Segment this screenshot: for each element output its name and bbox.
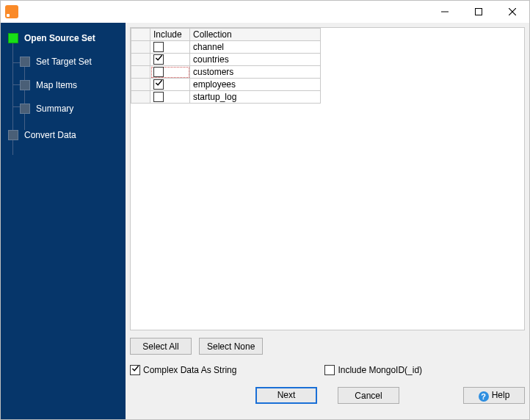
include-cell[interactable] xyxy=(150,41,190,54)
step-set-target-set[interactable]: Set Target Set xyxy=(20,54,126,70)
checkbox-icon xyxy=(153,67,164,77)
row-header-corner xyxy=(131,29,150,41)
help-label: Help xyxy=(492,390,510,400)
select-none-button[interactable]: Select None xyxy=(199,338,263,355)
table-row: channel xyxy=(131,41,321,54)
collections-table: Include Collection channelcountriescusto… xyxy=(131,28,321,104)
row-header[interactable] xyxy=(131,91,150,104)
collection-cell[interactable]: startup_log xyxy=(190,91,321,104)
step-status-icon xyxy=(20,104,30,114)
wizard-steps-sidebar: Open Source Set Set Target Set Map Items… xyxy=(1,23,126,419)
step-status-icon xyxy=(20,57,30,67)
include-cell[interactable] xyxy=(150,54,190,66)
checkbox-icon xyxy=(153,54,164,65)
app-icon xyxy=(5,5,18,18)
option-label: Include MongoID(_id) xyxy=(338,365,422,375)
wizard-window: Open Source Set Set Target Set Map Items… xyxy=(0,0,530,420)
next-button[interactable]: Next xyxy=(255,387,317,404)
select-all-button[interactable]: Select All xyxy=(130,338,192,355)
table-row: countries xyxy=(131,54,321,66)
step-convert-data[interactable]: Convert Data xyxy=(8,127,126,143)
titlebar xyxy=(1,1,529,23)
step-label: Set Target Set xyxy=(36,57,92,67)
collection-cell[interactable]: customers xyxy=(190,66,321,79)
cancel-button[interactable]: Cancel xyxy=(338,387,399,404)
step-label: Map Items xyxy=(36,80,77,90)
include-cell[interactable] xyxy=(150,66,190,79)
complex-data-as-string-option[interactable]: Complex Data As String xyxy=(130,365,236,375)
row-header[interactable] xyxy=(131,66,150,79)
table-row: customers xyxy=(131,66,321,79)
include-cell[interactable] xyxy=(150,79,190,91)
step-open-source-set[interactable]: Open Source Set xyxy=(8,30,126,46)
checkbox-icon xyxy=(153,79,164,90)
table-row: startup_log xyxy=(131,91,321,104)
step-label: Summary xyxy=(36,104,73,114)
step-summary[interactable]: Summary xyxy=(20,101,126,117)
row-header[interactable] xyxy=(131,54,150,66)
step-map-items[interactable]: Map Items xyxy=(20,77,126,93)
checkbox-icon xyxy=(324,365,335,375)
col-header-include[interactable]: Include xyxy=(150,29,190,41)
checkbox-icon xyxy=(153,42,164,52)
include-cell[interactable] xyxy=(150,91,190,104)
step-status-icon xyxy=(8,130,18,140)
table-row: employees xyxy=(131,79,321,91)
checkbox-icon xyxy=(130,365,140,375)
include-mongoid-option[interactable]: Include MongoID(_id) xyxy=(324,365,422,375)
col-header-collection[interactable]: Collection xyxy=(190,29,321,41)
window-controls xyxy=(428,1,529,23)
row-header[interactable] xyxy=(131,41,150,54)
collection-cell[interactable]: channel xyxy=(190,41,321,54)
row-header[interactable] xyxy=(131,79,150,91)
svg-rect-1 xyxy=(476,9,482,15)
collection-cell[interactable]: employees xyxy=(190,79,321,91)
step-status-icon xyxy=(8,33,18,43)
help-icon: ? xyxy=(479,391,489,402)
step-label: Convert Data xyxy=(24,130,76,140)
help-button[interactable]: ?Help xyxy=(463,387,525,404)
collections-table-panel: Include Collection channelcountriescusto… xyxy=(130,27,525,330)
step-label: Open Source Set xyxy=(24,33,95,43)
close-button[interactable] xyxy=(495,1,529,23)
maximize-button[interactable] xyxy=(462,1,495,23)
checkbox-icon xyxy=(153,92,164,102)
collection-cell[interactable]: countries xyxy=(190,54,321,66)
main-panel: Include Collection channelcountriescusto… xyxy=(126,23,529,419)
minimize-button[interactable] xyxy=(428,1,462,23)
option-label: Complex Data As String xyxy=(143,365,236,375)
step-status-icon xyxy=(20,80,30,90)
